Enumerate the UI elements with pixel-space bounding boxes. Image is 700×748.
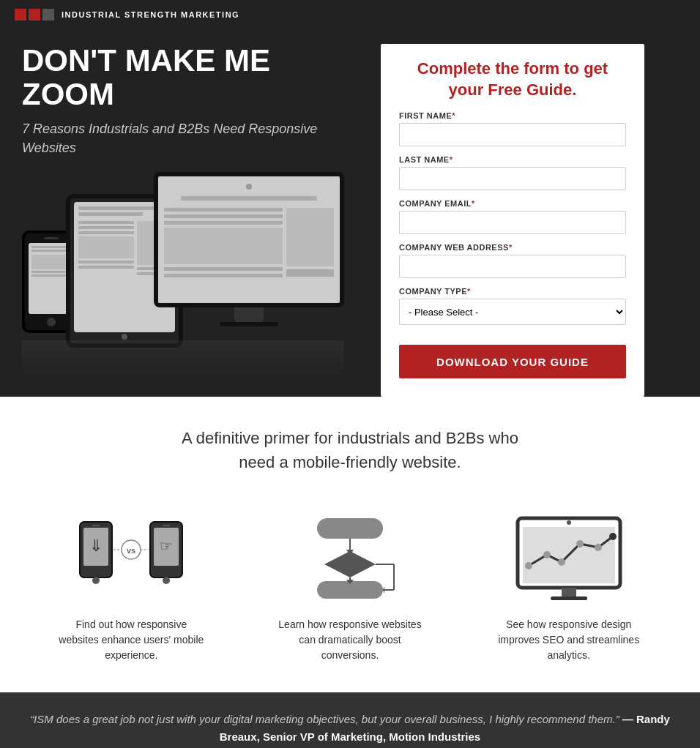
tablet-line-2: [78, 226, 134, 229]
monitor-stand: [234, 307, 264, 322]
svg-point-31: [576, 540, 584, 547]
first-name-required: *: [452, 111, 455, 120]
hero-subtitle: 7 Reasons Industrials and B2Bs Need Resp…: [22, 120, 359, 157]
phone-bar-2: [31, 250, 71, 252]
svg-text:☞: ☞: [160, 538, 173, 554]
device-reflection: [22, 340, 344, 377]
testimonial-quote: “ISM does a great job not just with your…: [30, 713, 619, 725]
first-name-label: FIRST NAME*: [399, 111, 626, 120]
features-section: ⇓ vs ☞ Find out how responsive websites …: [0, 496, 700, 692]
m-line-4: [164, 267, 283, 271]
seo-icon-wrapper: [510, 511, 628, 606]
svg-rect-14: [317, 518, 383, 539]
m-line-3: [164, 221, 283, 225]
company-web-group: COMPANY WEB ADDRESS*: [399, 243, 626, 278]
m-line-7: [286, 273, 334, 277]
last-name-label-text: LAST NAME: [399, 155, 450, 164]
device-illustration: [22, 172, 344, 377]
feature-seo-text: See how responsive design improves SEO a…: [496, 617, 642, 663]
phone-bar-4: [31, 274, 71, 277]
company-email-label-text: COMPANY EMAIL: [399, 199, 472, 208]
hero-left: DON'T MAKE ME ZOOM 7 Reasons Industrials…: [22, 44, 359, 392]
company-type-label-text: COMPANY TYPE: [399, 287, 467, 296]
company-web-input[interactable]: [399, 255, 626, 278]
svg-rect-34: [562, 588, 576, 596]
intro-section: A definitive primer for industrials and …: [0, 397, 700, 496]
monitor-nav-bar: [181, 196, 317, 201]
feature-conversions-text: Learn how responsive websites can dramat…: [277, 617, 423, 663]
header: INDUSTRIAL STRENGTH MARKETING: [0, 0, 700, 29]
company-type-select[interactable]: - Please Select - Manufacturer Distribut…: [399, 299, 626, 325]
company-type-group: COMPANY TYPE* - Please Select - Manufact…: [399, 287, 626, 325]
company-email-required: *: [472, 199, 475, 208]
hero-section: DON'T MAKE ME ZOOM 7 Reasons Industrials…: [0, 29, 700, 397]
monitor-device: [154, 172, 344, 333]
first-name-label-text: FIRST NAME: [399, 111, 452, 120]
phone-bar-3: [31, 271, 71, 273]
first-name-group: FIRST NAME*: [399, 111, 626, 146]
m-line-1: [164, 208, 283, 212]
intro-text: A definitive primer for industrials and …: [167, 426, 533, 474]
hero-headline: DON'T MAKE ME ZOOM: [22, 44, 359, 111]
monitor-camera: [246, 184, 252, 190]
m-line-2: [164, 214, 283, 218]
feature-seo: See how responsive design improves SEO a…: [466, 511, 671, 663]
phone-home-btn: [47, 318, 56, 326]
mobile-icon-wrapper: ⇓ vs ☞: [72, 511, 190, 606]
svg-point-32: [595, 544, 602, 551]
phone-bar-1: [31, 246, 71, 248]
svg-rect-35: [551, 596, 587, 600]
tablet-line-5: [78, 266, 134, 269]
logo-sq-1: [15, 9, 26, 20]
company-type-required: *: [467, 287, 471, 296]
monitor-screen: [158, 176, 340, 303]
tablet-home-btn: [122, 334, 127, 340]
feature-conversions: Learn how responsive websites can dramat…: [248, 511, 453, 663]
feature-mobile: ⇓ vs ☞ Find out how responsive websites …: [29, 511, 234, 663]
mobile-experience-icon: ⇓ vs ☞: [72, 515, 190, 602]
tablet-bar-2: [78, 212, 143, 216]
company-web-label: COMPANY WEB ADDRESS*: [399, 243, 626, 252]
svg-point-12: [163, 577, 170, 584]
last-name-required: *: [450, 155, 453, 164]
svg-point-30: [558, 558, 565, 566]
tablet-line-4: [78, 261, 134, 263]
submit-button[interactable]: DOWNLOAD YOUR GUIDE: [399, 345, 626, 378]
svg-point-28: [525, 562, 532, 569]
svg-rect-11: [163, 525, 170, 526]
first-name-input[interactable]: [399, 123, 626, 146]
m-img-1: [164, 228, 283, 264]
conversions-icon-wrapper: [291, 511, 409, 606]
monitor-content: [164, 208, 334, 277]
company-type-label: COMPANY TYPE*: [399, 287, 626, 296]
tablet-line-1: [78, 221, 134, 224]
logo-sq-2: [29, 9, 40, 20]
feature-mobile-text: Find out how responsive websites enhance…: [58, 617, 204, 663]
tablet-bar-1: [78, 206, 161, 210]
logo-sq-3: [42, 9, 54, 20]
svg-rect-2: [92, 525, 100, 526]
company-email-input[interactable]: [399, 211, 626, 234]
phone-speaker: [44, 237, 59, 239]
lead-form: Complete the form to get your Free Guide…: [381, 44, 644, 397]
m-line-5: [164, 274, 283, 277]
form-headline: Complete the form to get your Free Guide…: [399, 59, 626, 100]
company-name: INDUSTRIAL STRENGTH MARKETING: [62, 10, 239, 19]
svg-point-26: [567, 520, 571, 525]
svg-text:⇓: ⇓: [89, 536, 103, 555]
phone-content-block: [31, 255, 71, 269]
testimonial-section: “ISM does a great job not just with your…: [0, 692, 700, 748]
svg-text:vs: vs: [127, 546, 135, 555]
m-img-2: [286, 208, 334, 266]
seo-analytics-icon: [514, 515, 624, 602]
logo-squares: [15, 9, 54, 20]
svg-point-33: [609, 533, 617, 540]
last-name-input[interactable]: [399, 167, 626, 190]
svg-marker-22: [383, 586, 384, 594]
tablet-line-3: [78, 231, 134, 234]
last-name-label: LAST NAME*: [399, 155, 626, 164]
monitor-base: [220, 322, 278, 326]
svg-point-29: [543, 551, 551, 558]
company-web-label-text: COMPANY WEB ADDRESS: [399, 243, 509, 252]
conversions-icon: [295, 515, 405, 602]
